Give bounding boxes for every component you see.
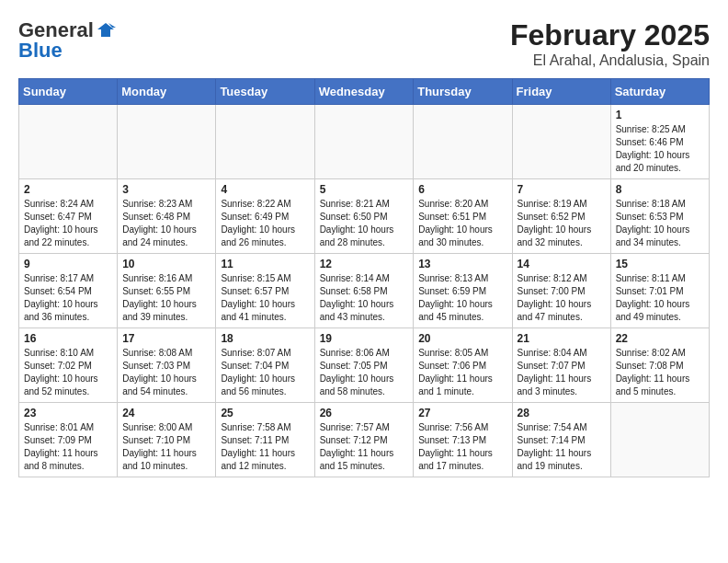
day-info: Sunrise: 8:15 AM Sunset: 6:57 PM Dayligh… — [221, 272, 309, 324]
logo-bird-icon — [96, 20, 116, 40]
day-number: 15 — [616, 258, 704, 270]
calendar-day-cell: 2Sunrise: 8:24 AM Sunset: 6:47 PM Daylig… — [19, 179, 118, 254]
calendar-day-cell — [414, 105, 512, 179]
calendar-day-cell: 3Sunrise: 8:23 AM Sunset: 6:48 PM Daylig… — [118, 179, 216, 254]
calendar-day-cell: 21Sunrise: 8:04 AM Sunset: 7:07 PM Dayli… — [512, 328, 610, 403]
day-number: 18 — [221, 332, 309, 345]
calendar-day-cell: 1Sunrise: 8:25 AM Sunset: 6:46 PM Daylig… — [610, 105, 709, 179]
calendar-day-cell: 13Sunrise: 8:13 AM Sunset: 6:59 PM Dayli… — [414, 254, 512, 328]
location: El Arahal, Andalusia, Spain — [510, 52, 710, 69]
day-info: Sunrise: 8:23 AM Sunset: 6:48 PM Dayligh… — [122, 198, 210, 249]
day-number: 8 — [616, 183, 704, 196]
day-info: Sunrise: 8:20 AM Sunset: 6:51 PM Dayligh… — [418, 198, 506, 249]
calendar-week-row: 2Sunrise: 8:24 AM Sunset: 6:47 PM Daylig… — [19, 179, 710, 254]
day-number: 28 — [518, 407, 606, 419]
calendar-day-cell: 11Sunrise: 8:15 AM Sunset: 6:57 PM Dayli… — [216, 254, 314, 328]
calendar-day-cell: 8Sunrise: 8:18 AM Sunset: 6:53 PM Daylig… — [610, 179, 709, 254]
day-number: 27 — [418, 407, 506, 419]
day-info: Sunrise: 8:21 AM Sunset: 6:50 PM Dayligh… — [320, 198, 409, 249]
weekday-header-row: SundayMondayTuesdayWednesdayThursdayFrid… — [19, 79, 710, 105]
calendar-day-cell: 28Sunrise: 7:54 AM Sunset: 7:14 PM Dayli… — [512, 403, 610, 477]
calendar-day-cell — [314, 105, 414, 179]
day-info: Sunrise: 8:24 AM Sunset: 6:47 PM Dayligh… — [24, 198, 112, 249]
calendar-day-cell: 4Sunrise: 8:22 AM Sunset: 6:49 PM Daylig… — [216, 179, 314, 254]
calendar-week-row: 9Sunrise: 8:17 AM Sunset: 6:54 PM Daylig… — [19, 254, 710, 328]
day-info: Sunrise: 7:56 AM Sunset: 7:13 PM Dayligh… — [418, 421, 506, 473]
day-number: 5 — [320, 183, 409, 196]
day-info: Sunrise: 8:10 AM Sunset: 7:02 PM Dayligh… — [24, 347, 112, 398]
calendar-day-cell: 26Sunrise: 7:57 AM Sunset: 7:12 PM Dayli… — [314, 403, 414, 477]
month-year: February 2025 — [510, 18, 710, 52]
weekday-header: Sunday — [19, 79, 118, 105]
calendar-day-cell — [512, 105, 610, 179]
day-info: Sunrise: 8:12 AM Sunset: 7:00 PM Dayligh… — [518, 272, 606, 324]
day-number: 20 — [418, 332, 506, 345]
calendar-day-cell — [118, 105, 216, 179]
calendar-table: SundayMondayTuesdayWednesdayThursdayFrid… — [18, 78, 710, 477]
calendar-day-cell: 16Sunrise: 8:10 AM Sunset: 7:02 PM Dayli… — [19, 328, 118, 403]
day-number: 25 — [221, 407, 309, 419]
calendar-day-cell: 25Sunrise: 7:58 AM Sunset: 7:11 PM Dayli… — [216, 403, 314, 477]
day-info: Sunrise: 8:22 AM Sunset: 6:49 PM Dayligh… — [221, 198, 309, 249]
calendar-week-row: 1Sunrise: 8:25 AM Sunset: 6:46 PM Daylig… — [19, 105, 710, 179]
calendar-day-cell: 20Sunrise: 8:05 AM Sunset: 7:06 PM Dayli… — [414, 328, 512, 403]
day-info: Sunrise: 8:01 AM Sunset: 7:09 PM Dayligh… — [24, 421, 112, 473]
day-info: Sunrise: 8:06 AM Sunset: 7:05 PM Dayligh… — [320, 347, 409, 398]
weekday-header: Friday — [512, 79, 610, 105]
day-number: 14 — [518, 258, 606, 270]
day-info: Sunrise: 8:00 AM Sunset: 7:10 PM Dayligh… — [122, 421, 210, 473]
day-info: Sunrise: 8:18 AM Sunset: 6:53 PM Dayligh… — [616, 198, 704, 249]
calendar-day-cell: 18Sunrise: 8:07 AM Sunset: 7:04 PM Dayli… — [216, 328, 314, 403]
calendar-day-cell: 14Sunrise: 8:12 AM Sunset: 7:00 PM Dayli… — [512, 254, 610, 328]
day-number: 7 — [518, 183, 606, 196]
day-info: Sunrise: 8:05 AM Sunset: 7:06 PM Dayligh… — [418, 347, 506, 398]
day-number: 17 — [122, 332, 210, 345]
calendar-week-row: 23Sunrise: 8:01 AM Sunset: 7:09 PM Dayli… — [19, 403, 710, 477]
day-number: 12 — [320, 258, 409, 270]
day-info: Sunrise: 8:19 AM Sunset: 6:52 PM Dayligh… — [518, 198, 606, 249]
calendar-day-cell: 6Sunrise: 8:20 AM Sunset: 6:51 PM Daylig… — [414, 179, 512, 254]
calendar-day-cell: 12Sunrise: 8:14 AM Sunset: 6:58 PM Dayli… — [314, 254, 414, 328]
weekday-header: Wednesday — [314, 79, 414, 105]
weekday-header: Thursday — [414, 79, 512, 105]
day-number: 19 — [320, 332, 409, 345]
day-info: Sunrise: 8:11 AM Sunset: 7:01 PM Dayligh… — [616, 272, 704, 324]
day-info: Sunrise: 7:57 AM Sunset: 7:12 PM Dayligh… — [320, 421, 409, 473]
calendar-day-cell: 22Sunrise: 8:02 AM Sunset: 7:08 PM Dayli… — [610, 328, 709, 403]
calendar-day-cell: 9Sunrise: 8:17 AM Sunset: 6:54 PM Daylig… — [19, 254, 118, 328]
day-number: 23 — [24, 407, 112, 419]
day-info: Sunrise: 8:14 AM Sunset: 6:58 PM Dayligh… — [320, 272, 409, 324]
day-number: 22 — [616, 332, 704, 345]
logo-blue: Blue — [18, 39, 63, 63]
calendar-day-cell — [610, 403, 709, 477]
day-number: 1 — [616, 109, 704, 121]
day-info: Sunrise: 8:16 AM Sunset: 6:55 PM Dayligh… — [122, 272, 210, 324]
day-info: Sunrise: 8:07 AM Sunset: 7:04 PM Dayligh… — [221, 347, 309, 398]
day-info: Sunrise: 8:04 AM Sunset: 7:07 PM Dayligh… — [518, 347, 606, 398]
calendar-day-cell: 19Sunrise: 8:06 AM Sunset: 7:05 PM Dayli… — [314, 328, 414, 403]
day-number: 9 — [24, 258, 112, 270]
day-number: 16 — [24, 332, 112, 345]
calendar-day-cell: 15Sunrise: 8:11 AM Sunset: 7:01 PM Dayli… — [610, 254, 709, 328]
page-header: General Blue February 2025 El Arahal, An… — [18, 18, 710, 69]
calendar-day-cell: 17Sunrise: 8:08 AM Sunset: 7:03 PM Dayli… — [118, 328, 216, 403]
day-number: 10 — [122, 258, 210, 270]
day-number: 13 — [418, 258, 506, 270]
day-info: Sunrise: 8:17 AM Sunset: 6:54 PM Dayligh… — [24, 272, 112, 324]
day-info: Sunrise: 8:13 AM Sunset: 6:59 PM Dayligh… — [418, 272, 506, 324]
calendar-day-cell: 10Sunrise: 8:16 AM Sunset: 6:55 PM Dayli… — [118, 254, 216, 328]
day-info: Sunrise: 8:08 AM Sunset: 7:03 PM Dayligh… — [122, 347, 210, 398]
day-number: 11 — [221, 258, 309, 270]
title-area: February 2025 El Arahal, Andalusia, Spai… — [510, 18, 710, 69]
calendar-day-cell — [19, 105, 118, 179]
calendar-day-cell: 5Sunrise: 8:21 AM Sunset: 6:50 PM Daylig… — [314, 179, 414, 254]
weekday-header: Saturday — [610, 79, 709, 105]
day-number: 4 — [221, 183, 309, 196]
day-number: 6 — [418, 183, 506, 196]
day-number: 21 — [518, 332, 606, 345]
day-number: 24 — [122, 407, 210, 419]
calendar-day-cell: 27Sunrise: 7:56 AM Sunset: 7:13 PM Dayli… — [414, 403, 512, 477]
calendar-week-row: 16Sunrise: 8:10 AM Sunset: 7:02 PM Dayli… — [19, 328, 710, 403]
logo: General Blue — [18, 18, 116, 63]
calendar-day-cell: 7Sunrise: 8:19 AM Sunset: 6:52 PM Daylig… — [512, 179, 610, 254]
